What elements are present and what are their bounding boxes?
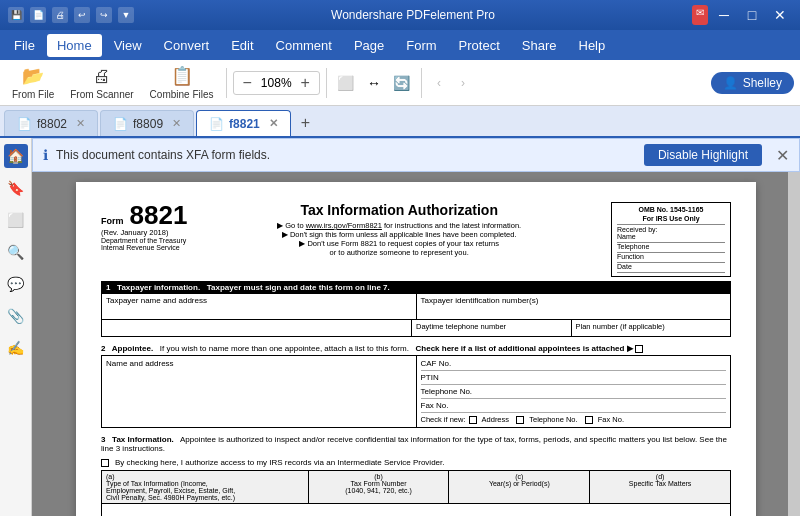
omb-box: OMB No. 1545-1165 For IRS Use Only Recei… (611, 202, 731, 277)
rotate-button[interactable]: 🔄 (389, 70, 415, 96)
tab-f8802-icon: 📄 (17, 117, 32, 131)
from-scanner-button[interactable]: 🖨 From Scanner (64, 63, 139, 103)
form-title: Tax Information Authorization (197, 202, 601, 218)
section3-text: 3 Tax Information. Appointee is authoriz… (101, 433, 731, 455)
irs-label: Internal Revenue Service (101, 244, 187, 251)
pdf-area[interactable]: Form 8821 (Rev. January 2018) Department… (32, 172, 800, 516)
prev-page-button[interactable]: ‹ (428, 72, 450, 94)
tab-f8821-close[interactable]: ✕ (269, 117, 278, 130)
sidebar-home-icon[interactable]: 🏠 (4, 144, 28, 168)
tab-f8821[interactable]: 📄 f8821 ✕ (196, 110, 291, 136)
form-number: 8821 (130, 202, 188, 228)
tab-f8802-close[interactable]: ✕ (76, 117, 85, 130)
undo-icon[interactable]: ↩ (74, 7, 90, 23)
col-d-header: (d)Specific Tax Matters (590, 471, 730, 503)
sidebar-attachment-icon[interactable]: 📎 (4, 304, 28, 328)
form-sub1: ▶ Go to www.irs.gov/Form8821 for instruc… (197, 221, 601, 230)
combine-icon: 📋 (171, 65, 193, 87)
taxpayer-id-cell: Taxpayer identification number(s) (417, 294, 731, 319)
view-buttons: ⬜ ↔ 🔄 (333, 70, 415, 96)
add-tab-button[interactable]: + (293, 110, 318, 136)
tab-f8821-icon: 📄 (209, 117, 224, 131)
menu-edit[interactable]: Edit (221, 34, 263, 57)
received-func-field: Function (617, 253, 725, 263)
irs-use-label: For IRS Use Only (617, 215, 725, 222)
from-file-button[interactable]: 📂 From File (6, 62, 60, 103)
rev-date: (Rev. January 2018) (101, 228, 187, 237)
menu-view[interactable]: View (104, 34, 152, 57)
sidebar-comment-icon[interactable]: 💬 (4, 272, 28, 296)
col-a-header: (a)Type of Tax Information (Income,Emplo… (102, 471, 309, 503)
appointees-checkbox[interactable] (635, 345, 643, 353)
fit-width-button[interactable]: ↔ (361, 70, 387, 96)
menu-page[interactable]: Page (344, 34, 394, 57)
tab-f8809-icon: 📄 (113, 117, 128, 131)
tab-f8821-label: f8821 (229, 117, 260, 131)
dept-treasury: Department of the Treasury (101, 237, 187, 244)
tab-f8809-close[interactable]: ✕ (172, 117, 181, 130)
menu-form[interactable]: Form (396, 34, 446, 57)
menu-help[interactable]: Help (569, 34, 616, 57)
tab-f8802[interactable]: 📄 f8802 ✕ (4, 110, 98, 136)
appointee-box: Name and address CAF No. PTIN Telephone … (101, 355, 731, 428)
irs-records-checkbox[interactable] (101, 459, 109, 467)
sidebar-search-icon[interactable]: 🔍 (4, 240, 28, 264)
customize-icon[interactable]: ▼ (118, 7, 134, 23)
appointee-row: Name and address CAF No. PTIN Telephone … (102, 356, 730, 427)
omb-number: OMB No. 1545-1165 (617, 206, 725, 213)
sidebar-signature-icon[interactable]: ✍ (4, 336, 28, 360)
col-b-header: (b)Tax Form Number(1040, 941, 720, etc.) (309, 471, 450, 503)
tax-info-table: (a)Type of Tax Information (Income,Emplo… (101, 470, 731, 516)
title-bar: 💾 📄 🖨 ↩ ↪ ▼ Wondershare PDFelement Pro ✉… (0, 0, 800, 30)
menu-comment[interactable]: Comment (266, 34, 342, 57)
notification-icon: ℹ (43, 147, 48, 163)
irs-records-row: By checking here, I authorize access to … (101, 458, 731, 467)
content-area: ℹ This document contains XFA form fields… (32, 138, 800, 516)
name-address-cell: Name and address (102, 356, 417, 427)
sidebar-thumbnail-icon[interactable]: ⬜ (4, 208, 28, 232)
fax-checkbox[interactable] (585, 416, 593, 424)
user-badge[interactable]: 👤 Shelley (711, 72, 794, 94)
scrollbar[interactable] (788, 172, 800, 516)
separator-1 (226, 68, 227, 98)
zoom-minus-button[interactable]: − (240, 74, 255, 92)
redo-icon[interactable]: ↪ (96, 7, 112, 23)
next-page-button[interactable]: › (452, 72, 474, 94)
print-icon[interactable]: 🖨 (52, 7, 68, 23)
received-label: Received by: (617, 224, 725, 233)
tab-f8809[interactable]: 📄 f8809 ✕ (100, 110, 194, 136)
menu-protect[interactable]: Protect (449, 34, 510, 57)
maximize-button[interactable]: □ (740, 5, 764, 25)
user-name: Shelley (743, 76, 782, 90)
notification-text: This document contains XFA form fields. (56, 148, 636, 162)
email-icon[interactable]: ✉ (692, 5, 708, 25)
menu-file[interactable]: File (4, 34, 45, 57)
combine-button[interactable]: 📋 Combine Files (144, 62, 220, 103)
save-icon[interactable]: 💾 (8, 7, 24, 23)
menu-share[interactable]: Share (512, 34, 567, 57)
left-sidebar: 🏠 🔖 ⬜ 🔍 💬 📎 ✍ (0, 138, 32, 516)
zoom-plus-button[interactable]: + (298, 74, 313, 92)
main-area: 🏠 🔖 ⬜ 🔍 💬 📎 ✍ ℹ This document contains X… (0, 138, 800, 516)
taxpayer-name-spacer (102, 320, 412, 336)
fit-page-button[interactable]: ⬜ (333, 70, 359, 96)
telephone-checkbox[interactable] (516, 416, 524, 424)
new-icon[interactable]: 📄 (30, 7, 46, 23)
disable-highlight-button[interactable]: Disable Highlight (644, 144, 762, 166)
address-checkbox[interactable] (469, 416, 477, 424)
from-file-icon: 📂 (22, 65, 44, 87)
close-button[interactable]: ✕ (768, 5, 792, 25)
section2-text: 2 Appointee. If you wish to name more th… (101, 342, 731, 355)
section1-header: 1 Taxpayer information. Taxpayer must si… (101, 281, 731, 294)
plan-number-cell: Plan number (if applicable) (572, 320, 731, 336)
caf-ptin-cell: CAF No. PTIN Telephone No. Fax No. Check… (417, 356, 731, 427)
taxpayer-name-addr-cell: Taxpayer name and address (102, 294, 417, 319)
minimize-button[interactable]: ─ (712, 5, 736, 25)
menu-convert[interactable]: Convert (154, 34, 220, 57)
menu-home[interactable]: Home (47, 34, 102, 57)
form-sub3: ▶ Don't use Form 8821 to request copies … (197, 239, 601, 248)
notification-close-icon[interactable]: ✕ (776, 146, 789, 165)
window-icons: 💾 📄 🖨 ↩ ↪ ▼ (8, 7, 134, 23)
sidebar-bookmark-icon[interactable]: 🔖 (4, 176, 28, 200)
scanner-icon: 🖨 (93, 66, 111, 87)
